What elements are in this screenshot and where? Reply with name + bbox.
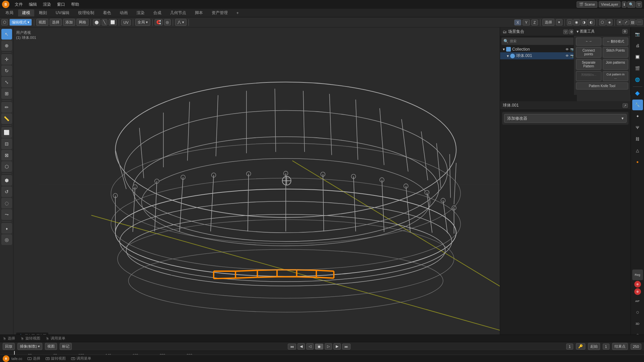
separate-pattern-btn[interactable]: Separate Pattern — [576, 59, 601, 70]
end-frame-input[interactable]: 250 — [631, 344, 641, 350]
ref-btn[interactable]: ←→ — [576, 38, 601, 46]
outliner-filter-btn[interactable]: ▽ — [563, 29, 568, 34]
xray-btn[interactable]: ◈ — [606, 19, 612, 25]
select-mode-dropdown[interactable]: ▾ — [556, 19, 562, 25]
modifier-properties-icon[interactable]: 🔧 — [632, 100, 643, 110]
tab-asset-management[interactable]: 资产管理 — [208, 9, 232, 16]
tab-sculpting[interactable]: 雕刻 — [35, 9, 51, 16]
move-tool-btn[interactable]: ✛ — [1, 54, 12, 65]
props-expand-btn[interactable]: ↗ — [623, 103, 628, 108]
menu-edit[interactable]: 编辑 — [26, 1, 40, 8]
addon-btn-1[interactable]: Reg — [632, 269, 643, 280]
menu-help[interactable]: 帮助 — [68, 1, 82, 8]
cursor-tool-btn[interactable]: ⊕ — [1, 40, 12, 51]
physics-properties-icon[interactable]: Ψ — [632, 122, 643, 133]
tab-uv-editing[interactable]: UV编辑 — [52, 9, 73, 16]
poly-build-btn[interactable]: ⬢ — [1, 175, 12, 186]
sphere-object-item[interactable]: ▾ 球体.001 👁 📷 — [500, 52, 577, 59]
mirror-mode-btn[interactable]: ↔ 翻转模式 — [603, 38, 628, 46]
add-modifier-dropdown[interactable]: 添加修改器 ▾ — [504, 114, 627, 123]
addon-section-2[interactable]: ⬡ — [632, 307, 643, 318]
select-mode-btn[interactable]: 选择 — [542, 19, 554, 26]
global-transform[interactable]: 全局 ▾ — [135, 19, 150, 26]
world-properties-icon[interactable]: 🌐 — [632, 74, 643, 85]
menu-window[interactable]: 窗口 — [54, 1, 68, 8]
pattern-knife-btn[interactable]: Pattern Knife Tool — [576, 82, 628, 89]
edge-slide-btn[interactable]: ⤳ — [1, 209, 12, 220]
fullscreen-btn[interactable]: ⤢ — [623, 19, 629, 25]
addon-section-3[interactable]: 3D — [632, 318, 643, 329]
annotate-tool-btn[interactable]: ✏ — [1, 102, 12, 113]
tab-geometry-nodes[interactable]: 几何节点 — [166, 9, 190, 16]
measure-tool-btn[interactable]: 📏 — [1, 113, 12, 124]
addon-btn-2[interactable]: ⊕ — [634, 281, 641, 288]
scene-selector[interactable]: 🎬 Scene — [577, 1, 597, 8]
z-axis-mirror[interactable]: Z — [531, 19, 538, 25]
mesh-menu[interactable]: 网格 — [76, 19, 89, 26]
addon-section-1[interactable]: AIP — [632, 296, 643, 306]
stitch-points-btn[interactable]: Stitch Points — [603, 47, 628, 58]
addon-btn-3[interactable]: ⊕ — [634, 288, 641, 295]
collapse-btn[interactable]: ▤ — [630, 19, 636, 25]
select-tool-btn[interactable]: ↖ — [1, 29, 12, 40]
offset-edge-btn[interactable]: ⊠ — [1, 150, 12, 161]
join-patterns-btn[interactable]: Join patterns — [603, 59, 628, 70]
edge-mode-btn[interactable]: ╲ — [102, 19, 107, 25]
knife-tool-btn[interactable]: ⬡ — [1, 161, 12, 172]
playback-menu[interactable]: 回放 — [3, 343, 15, 350]
scale-tool-btn[interactable]: ⤡ — [1, 77, 12, 87]
viewport-mode-icon[interactable]: ⬡ — [1, 19, 8, 25]
last-frame-btn[interactable]: ⏭ — [342, 344, 351, 350]
info-icon-btn[interactable]: ℹ — [622, 1, 627, 8]
rotate-tool-btn[interactable]: ↻ — [1, 65, 12, 76]
object-properties-icon[interactable]: 🔷 — [632, 88, 643, 99]
tab-layout[interactable]: 布局 — [1, 9, 17, 16]
more-btn[interactable]: ⋯ — [636, 19, 643, 25]
collection-visibility-icon[interactable]: 👁 — [566, 48, 569, 51]
tab-rendering[interactable]: 渲染 — [132, 9, 149, 16]
prev-keyframe-btn[interactable]: ◁ — [306, 343, 314, 350]
tab-shading[interactable]: 着色 — [99, 9, 115, 16]
next-keyframe-btn[interactable]: ▷ — [325, 343, 332, 350]
prev-frame-btn[interactable]: ◀ — [298, 343, 305, 350]
smooth-tool-btn[interactable]: ◌ — [1, 198, 12, 208]
next-frame-btn[interactable]: ▶ — [333, 343, 341, 350]
capture-menu[interactable]: 捕像(帧数) ▾ — [17, 343, 42, 350]
edit-mode-dropdown[interactable]: 编辑模式 ▾ — [9, 19, 32, 26]
uv-menu[interactable]: UV — [121, 19, 131, 25]
play-btn[interactable]: ⏺ — [315, 344, 323, 350]
current-frame-display[interactable]: 1 — [566, 344, 573, 350]
timeline-view-menu[interactable]: 视图 — [45, 343, 57, 350]
face-mode-btn[interactable]: ⬜ — [109, 19, 117, 25]
view-layer-icon[interactable]: 🔲 — [632, 52, 643, 62]
object-data-properties-icon[interactable]: △ — [632, 145, 643, 156]
menu-render[interactable]: 渲染 — [40, 1, 54, 8]
view-layer-selector[interactable]: ViewLayer — [599, 1, 621, 7]
sphere-visibility-icon[interactable]: 👁 — [566, 54, 569, 58]
tool-panel-settings[interactable]: ⚙ — [622, 29, 628, 34]
transform-tool-btn[interactable]: ⊞ — [1, 88, 12, 99]
snap-btn[interactable]: 🧲 — [155, 19, 163, 25]
marker-menu[interactable]: 标记 — [60, 343, 72, 350]
add-menu[interactable]: 添加 — [63, 19, 75, 26]
cut-pattern-btn[interactable]: Cut pattern in ... — [603, 71, 628, 81]
shear-tool-btn[interactable]: ⬧ — [1, 223, 12, 234]
loop-cut-btn[interactable]: ⊟ — [1, 138, 12, 149]
x-axis-mirror[interactable]: X — [514, 19, 521, 25]
tab-modeling[interactable]: 建模 — [18, 9, 34, 16]
start-frame-input[interactable]: 1 — [603, 344, 609, 350]
tab-scripting[interactable]: 脚本 — [191, 9, 207, 16]
keyframe-icon-btn[interactable]: 🔑 — [576, 343, 585, 350]
output-properties-icon[interactable]: 🖨 — [632, 40, 643, 51]
select-menu[interactable]: 选择 — [50, 19, 62, 26]
filter-btn[interactable]: ▽ — [636, 1, 642, 8]
particles-properties-icon[interactable]: ✦ — [632, 111, 643, 122]
scene-properties-icon[interactable]: 🎬 — [632, 63, 643, 74]
cut-separate-btn[interactable]: 另独独Du... — [576, 71, 601, 81]
close-other-panels[interactable]: ✕ — [617, 19, 623, 25]
box-select-btn[interactable]: ⬜ — [1, 127, 12, 138]
proportional-edit-btn[interactable]: ◎ — [164, 19, 171, 25]
material-properties-icon[interactable]: ● — [632, 157, 643, 167]
connect-points-btn[interactable]: Connect points — [576, 47, 601, 58]
wireframe-btn[interactable]: □ — [567, 19, 573, 25]
